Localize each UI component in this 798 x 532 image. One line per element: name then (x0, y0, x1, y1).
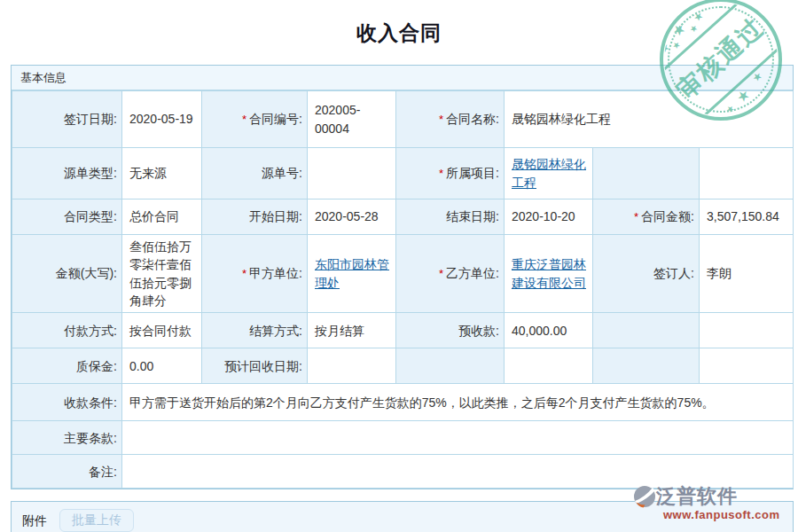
fanpu-watermark: 泛普软件 www.fanpusoft.com (633, 483, 780, 521)
table-row: 合同类型: 总价合同 开始日期: 2020-05-28 结束日期: 2020-1… (12, 200, 794, 235)
empty-value-cell (505, 348, 593, 384)
label-retention: 质保金: (12, 348, 122, 384)
table-row: 质保金: 0.00 预计回收日期: (12, 348, 794, 384)
required-asterisk: * (242, 113, 246, 126)
value-end-date: 2020-10-20 (505, 200, 593, 235)
table-row: 签订日期: 2020-05-19 *合同编号: 202005-00004 *合同… (12, 91, 794, 148)
project-link[interactable]: 晟铭园林绿化工程 (512, 157, 586, 189)
table-row: 付款方式: 按合同付款 结算方式: 按月结算 预收款: 40,000.00 (12, 313, 794, 348)
batch-upload-button[interactable]: 批量上传 (59, 509, 134, 532)
label-settlement-method: 结算方式: (202, 313, 308, 348)
empty-value-cell (700, 348, 794, 384)
party-a-link[interactable]: 东阳市园林管理处 (315, 257, 389, 289)
value-source-no (308, 148, 396, 200)
label-expected-recovery-date: 预计回收日期: (202, 348, 308, 384)
value-party-a: 东阳市园林管理处 (308, 235, 396, 313)
label-end-date: 结束日期: (396, 200, 505, 235)
label-advance-payment: 预收款: (396, 313, 505, 348)
basic-info-panel: 基本信息 签订日期: 2020-05-19 *合同编号: 202005-0000… (11, 65, 794, 489)
empty-label-cell (593, 148, 700, 200)
watermark-url: www.fanpusoft.com (663, 508, 780, 521)
value-sign-date: 2020-05-19 (122, 91, 202, 148)
label-contract-no: *合同编号: (202, 91, 308, 148)
empty-label-cell (396, 348, 505, 384)
watermark-brand: 泛普软件 (656, 483, 738, 510)
label-remarks: 备注: (12, 455, 122, 489)
empty-label-cell (593, 313, 700, 348)
label-amount-words: 金额(大写): (12, 235, 122, 313)
value-amount-words: 叁佰伍拾万零柒仟壹佰伍拾元零捌角肆分 (122, 235, 202, 313)
table-row: 收款条件: 甲方需于送货开始后的第2个月向乙方支付产生货款的75%，以此类推，之… (12, 384, 794, 421)
label-contract-type: 合同类型: (12, 200, 122, 235)
label-payment-terms: 收款条件: (12, 384, 122, 421)
attachment-label: 附件 (22, 509, 47, 532)
label-source-type: 源单类型: (12, 148, 122, 200)
income-contract-page: 收入合同 基本信息 签订日期: 2020-05-19 *合同编号: 202005… (0, 0, 798, 532)
value-settlement-method: 按月结算 (308, 313, 396, 348)
value-payment-terms: 甲方需于送货开始后的第2个月向乙方支付产生货款的75%，以此类推，之后每2个月支… (122, 384, 794, 421)
value-party-b: 重庆泛普园林建设有限公司 (505, 235, 593, 313)
page-title: 收入合同 (0, 20, 798, 47)
value-project: 晟铭园林绿化工程 (505, 148, 593, 200)
value-contract-no: 202005-00004 (308, 91, 396, 148)
label-party-a: *甲方单位: (202, 235, 308, 313)
label-party-b: *乙方单位: (396, 235, 505, 313)
label-project: *所属项目: (396, 148, 505, 200)
table-row: 主要条款: (12, 421, 794, 455)
required-asterisk: * (634, 210, 638, 223)
value-contract-type: 总价合同 (122, 200, 202, 235)
label-contract-name: *合同名称: (396, 91, 505, 148)
required-asterisk: * (439, 267, 443, 280)
label-sign-date: 签订日期: (12, 91, 122, 148)
label-main-clauses: 主要条款: (12, 421, 122, 455)
value-expected-recovery-date (308, 348, 396, 384)
value-main-clauses (122, 421, 794, 455)
value-payment-method: 按合同付款 (122, 313, 202, 348)
value-contract-name: 晟铭园林绿化工程 (505, 91, 794, 148)
label-contract-amount: *合同金额: (593, 200, 700, 235)
required-asterisk: * (439, 167, 443, 180)
required-asterisk: * (439, 113, 443, 126)
value-retention: 0.00 (122, 348, 202, 384)
label-source-no: 源单号: (202, 148, 308, 200)
label-payment-method: 付款方式: (12, 313, 122, 348)
value-contract-amount: 3,507,150.84 (700, 200, 794, 235)
party-b-link[interactable]: 重庆泛普园林建设有限公司 (512, 257, 586, 289)
value-advance-payment: 40,000.00 (505, 313, 593, 348)
fanpu-logo-icon (633, 485, 656, 508)
value-start-date: 2020-05-28 (308, 200, 396, 235)
empty-label-cell (593, 348, 700, 384)
table-row: 源单类型: 无来源 源单号: *所属项目: 晟铭园林绿化工程 (12, 148, 794, 200)
section-header-basic-info: 基本信息 (12, 66, 793, 90)
value-signer: 李朗 (700, 235, 794, 313)
table-row: 金额(大写): 叁佰伍拾万零柒仟壹佰伍拾元零捌角肆分 *甲方单位: 东阳市园林管… (12, 235, 794, 313)
empty-value-cell (700, 148, 794, 200)
empty-value-cell (700, 313, 794, 348)
label-signer: 签订人: (593, 235, 700, 313)
basic-info-table: 签订日期: 2020-05-19 *合同编号: 202005-00004 *合同… (12, 90, 794, 489)
value-source-type: 无来源 (122, 148, 202, 200)
required-asterisk: * (242, 267, 246, 280)
label-start-date: 开始日期: (202, 200, 308, 235)
